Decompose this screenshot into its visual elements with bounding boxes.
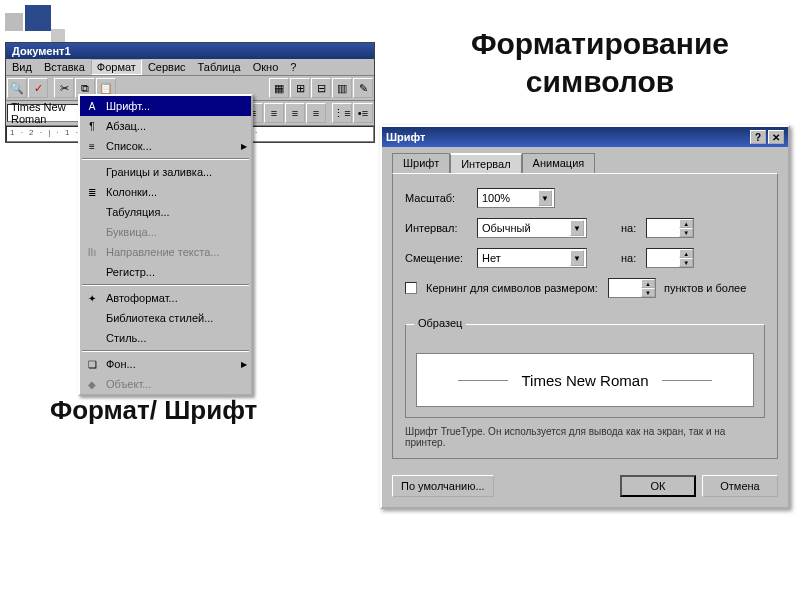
align-justify-icon[interactable]: ≡ [306, 103, 326, 123]
submenu-arrow-icon: ▶ [241, 360, 247, 369]
sample-legend: Образец [414, 317, 466, 329]
scale-value: 100% [482, 192, 510, 204]
spin-up-icon[interactable]: ▲ [679, 249, 693, 258]
menu-service[interactable]: Сервис [142, 59, 192, 75]
align-center-icon[interactable]: ≡ [264, 103, 284, 123]
menu-separator [82, 284, 249, 286]
dropdown-arrow-icon: ▼ [570, 220, 584, 236]
menu-format[interactable]: Формат [91, 59, 142, 75]
kerning-size-spinner[interactable]: ▲▼ [608, 278, 656, 298]
dialog-titlebar: Шрифт ? ✕ [382, 127, 788, 147]
menu-item-dropcap: Буквица... [80, 222, 251, 242]
menu-item-columns[interactable]: ≣ Колонки... [80, 182, 251, 202]
format-menu-dropdown: A Шрифт... ¶ Абзац... ≡ Список... ▶ Гран… [78, 94, 253, 396]
tables-borders-icon[interactable]: ▦ [269, 78, 289, 98]
menu-separator [82, 350, 249, 352]
menu-item-background[interactable]: ❏ Фон... ▶ [80, 354, 251, 374]
align-right-icon[interactable]: ≡ [285, 103, 305, 123]
menu-item-list[interactable]: ≡ Список... ▶ [80, 136, 251, 156]
dialog-title: Шрифт [386, 131, 748, 143]
scale-label: Масштаб: [405, 192, 467, 204]
word-app-window: Документ1 Вид Вставка Формат Сервис Табл… [5, 42, 375, 143]
text-direction-icon: IIı [84, 245, 100, 259]
excel-icon[interactable]: ⊟ [311, 78, 331, 98]
spin-down-icon[interactable]: ▼ [641, 288, 655, 297]
bullets-icon[interactable]: •≡ [353, 103, 373, 123]
position-label: Смещение: [405, 252, 467, 264]
menu-help[interactable]: ? [284, 59, 302, 75]
tab-panel-spacing: Масштаб: 100% ▼ Интервал: Обычный ▼ на: … [392, 173, 778, 459]
sample-preview: Times New Roman [416, 353, 754, 407]
spelling-icon[interactable]: ✓ [28, 78, 48, 98]
dialog-button-row: По умолчанию... ОК Отмена [382, 469, 788, 507]
tab-animation[interactable]: Анимация [522, 153, 596, 173]
dropdown-arrow-icon: ▼ [570, 250, 584, 266]
document-title: Документ1 [12, 45, 71, 57]
app-menubar[interactable]: Вид Вставка Формат Сервис Таблица Окно ? [6, 59, 374, 76]
submenu-arrow-icon: ▶ [241, 142, 247, 151]
dropdown-arrow-icon: ▼ [538, 190, 552, 206]
menu-item-style[interactable]: Стиль... [80, 328, 251, 348]
menu-separator [82, 158, 249, 160]
spin-up-icon[interactable]: ▲ [679, 219, 693, 228]
scale-combo[interactable]: 100% ▼ [477, 188, 555, 208]
object-icon: ◆ [84, 377, 100, 391]
numbering-icon[interactable]: ⋮≡ [332, 103, 352, 123]
menu-item-tabs[interactable]: Табуляция... [80, 202, 251, 222]
menu-item-text-direction: IIı Направление текста... [80, 242, 251, 262]
spacing-label: Интервал: [405, 222, 467, 234]
menu-insert[interactable]: Вставка [38, 59, 91, 75]
kerning-checkbox[interactable] [405, 282, 417, 294]
default-button[interactable]: По умолчанию... [392, 475, 494, 497]
sample-group: Образец Times New Roman [405, 324, 765, 418]
menu-item-style-library[interactable]: Библиотека стилей... [80, 308, 251, 328]
menu-item-borders[interactable]: Границы и заливка... [80, 162, 251, 182]
menu-item-paragraph[interactable]: ¶ Абзац... [80, 116, 251, 136]
ok-button[interactable]: ОК [620, 475, 696, 497]
menu-item-object: ◆ Объект... [80, 374, 251, 394]
position-value: Нет [482, 252, 501, 264]
app-titlebar: Документ1 [6, 43, 374, 59]
menu-item-autoformat[interactable]: ✦ Автоформат... [80, 288, 251, 308]
spin-down-icon[interactable]: ▼ [679, 258, 693, 267]
position-combo[interactable]: Нет ▼ [477, 248, 587, 268]
menu-table[interactable]: Таблица [192, 59, 247, 75]
slide-title: Форматирование символов [420, 25, 780, 100]
spacing-by-spinner[interactable]: ▲▼ [646, 218, 694, 238]
insert-table-icon[interactable]: ⊞ [290, 78, 310, 98]
background-icon: ❏ [84, 357, 100, 371]
title-line2: символов [526, 65, 674, 98]
position-by-label: на: [621, 252, 636, 264]
title-line1: Форматирование [471, 27, 729, 60]
close-button[interactable]: ✕ [768, 130, 784, 144]
kerning-suffix: пунктов и более [664, 282, 746, 294]
cancel-button[interactable]: Отмена [702, 475, 778, 497]
menu-item-font[interactable]: A Шрифт... [80, 96, 251, 116]
list-icon: ≡ [84, 139, 100, 153]
columns-tb-icon[interactable]: ▥ [332, 78, 352, 98]
position-by-spinner[interactable]: ▲▼ [646, 248, 694, 268]
sample-text: Times New Roman [522, 372, 649, 389]
tab-font[interactable]: Шрифт [392, 153, 450, 173]
menu-window[interactable]: Окно [247, 59, 285, 75]
drawing-icon[interactable]: ✎ [353, 78, 373, 98]
menu-item-case[interactable]: Регистр... [80, 262, 251, 282]
columns-icon: ≣ [84, 185, 100, 199]
help-button[interactable]: ? [750, 130, 766, 144]
standard-toolbar: 🔍 ✓ ✂ ⧉ 📋 A Шрифт... ¶ Абзац... ≡ Список… [6, 76, 374, 101]
font-icon: A [84, 99, 100, 113]
spacing-value: Обычный [482, 222, 531, 234]
spin-up-icon[interactable]: ▲ [641, 279, 655, 288]
font-dialog: Шрифт ? ✕ Шрифт Интервал Анимация Масшта… [380, 125, 790, 509]
kerning-label: Кернинг для символов размером: [426, 282, 598, 294]
spacing-combo[interactable]: Обычный ▼ [477, 218, 587, 238]
tab-spacing[interactable]: Интервал [450, 153, 521, 173]
menu-path-label: Формат/ Шрифт [50, 395, 257, 426]
spin-down-icon[interactable]: ▼ [679, 228, 693, 237]
paragraph-icon: ¶ [84, 119, 100, 133]
cut-icon[interactable]: ✂ [54, 78, 74, 98]
autoformat-icon: ✦ [84, 291, 100, 305]
menu-view[interactable]: Вид [6, 59, 38, 75]
print-preview-icon[interactable]: 🔍 [7, 78, 27, 98]
font-type-hint: Шрифт TrueType. Он используется для выво… [405, 426, 765, 448]
